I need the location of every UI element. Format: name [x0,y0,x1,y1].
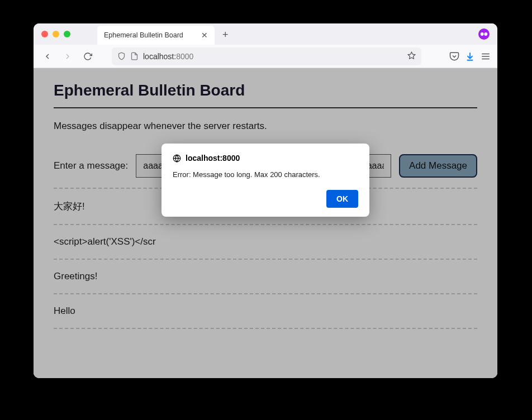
reload-button[interactable] [80,49,95,64]
globe-icon [173,154,181,163]
url-text: localhost:8000 [143,52,193,61]
window-controls [41,31,70,37]
browser-tab[interactable]: Ephemeral Bulletin Board ✕ [97,26,215,45]
alert-ok-button[interactable]: OK [326,190,358,208]
tab-title: Ephemeral Bulletin Board [104,31,183,39]
svg-marker-2 [408,52,415,59]
svg-point-0 [481,32,484,36]
browser-window: Ephemeral Bulletin Board ✕ + localhost:8… [34,23,497,378]
modal-overlay [34,68,497,378]
close-window-button[interactable] [41,31,48,37]
alert-header: localhost:8000 [173,154,358,163]
new-tab-button[interactable]: + [222,29,229,41]
minimize-window-button[interactable] [53,31,59,37]
page-icon [130,52,139,60]
alert-actions: OK [173,190,358,208]
titlebar: Ephemeral Bulletin Board ✕ + [34,23,497,45]
forward-button[interactable] [60,49,75,64]
url-bar[interactable]: localhost:8000 [112,47,421,65]
alert-dialog: localhost:8000 Error: Message too long. … [162,144,369,217]
toolbar: localhost:8000 [34,45,497,68]
extension-icon[interactable] [478,28,490,40]
alert-message: Error: Message too long. Max 200 charact… [173,170,358,179]
close-tab-icon[interactable]: ✕ [201,31,208,40]
alert-origin: localhost:8000 [186,154,240,163]
back-button[interactable] [40,49,55,64]
download-icon[interactable] [465,51,475,61]
pocket-icon[interactable] [449,51,459,61]
bookmark-star-icon[interactable] [407,51,416,61]
shield-icon [117,52,126,60]
maximize-window-button[interactable] [64,31,70,37]
svg-point-1 [484,32,487,36]
menu-icon[interactable] [481,51,491,61]
